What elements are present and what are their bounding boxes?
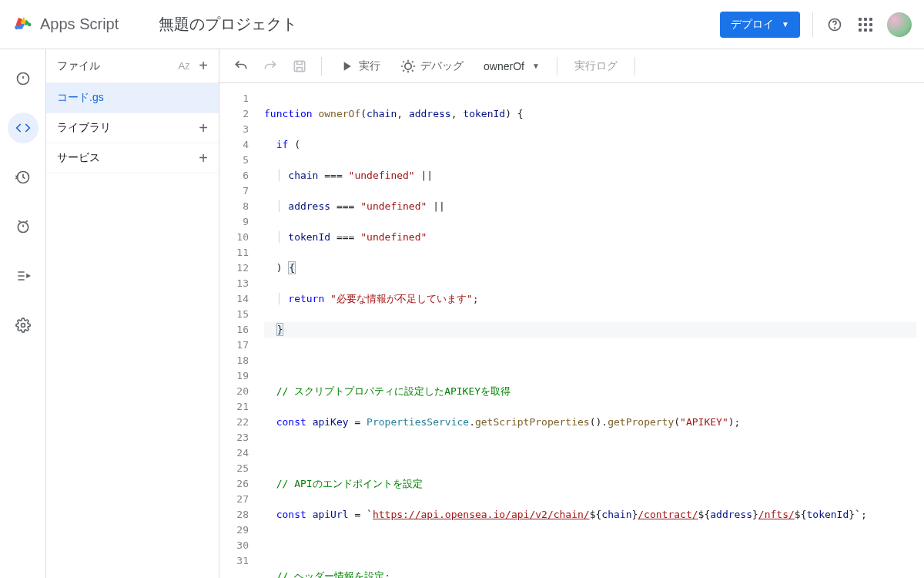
- files-header: ファイル AZ +: [46, 49, 219, 83]
- help-icon[interactable]: [825, 15, 844, 34]
- redo-icon[interactable]: [258, 54, 283, 79]
- function-selector[interactable]: ownerOf ▼: [476, 55, 547, 77]
- svg-rect-6: [294, 61, 304, 71]
- main-area: ファイル AZ + コード.gs ライブラリ + サービス + 実行: [0, 49, 924, 578]
- file-item-code-gs[interactable]: コード.gs: [46, 83, 219, 113]
- function-selected: ownerOf: [484, 60, 524, 72]
- svg-point-5: [21, 324, 25, 328]
- rail-triggers-icon[interactable]: [8, 211, 38, 242]
- bug-icon: [400, 59, 416, 74]
- undo-icon[interactable]: [229, 54, 253, 79]
- editor-area: 実行 デバッグ ownerOf ▼ 実行ログ 12345678910111213…: [219, 49, 924, 578]
- logo-section: Apps Script: [12, 14, 151, 35]
- separator: [321, 57, 322, 76]
- files-header-label: ファイル: [57, 59, 100, 73]
- files-panel: ファイル AZ + コード.gs ライブラリ + サービス +: [46, 49, 219, 578]
- save-icon[interactable]: [287, 54, 312, 79]
- deploy-button[interactable]: デプロイ ▼: [720, 12, 800, 38]
- rail-editor-icon[interactable]: [8, 113, 38, 143]
- rail-overview-icon[interactable]: [8, 63, 38, 94]
- services-label: サービス: [57, 151, 100, 165]
- debug-button[interactable]: デバッグ: [393, 54, 471, 79]
- play-icon: [339, 59, 354, 74]
- app-header: Apps Script 無題のプロジェクト デプロイ ▼: [0, 0, 924, 49]
- svg-point-2: [835, 27, 835, 28]
- editor-toolbar: 実行 デバッグ ownerOf ▼ 実行ログ: [219, 49, 924, 83]
- svg-point-0: [28, 22, 32, 26]
- divider: [812, 12, 813, 37]
- apps-script-logo-icon: [12, 14, 34, 35]
- header-actions: デプロイ ▼: [720, 12, 912, 38]
- line-gutter: 1234567891011121314151617181920212223242…: [219, 83, 255, 578]
- deploy-label: デプロイ: [731, 18, 774, 32]
- rail-executions-icon[interactable]: [8, 260, 38, 291]
- chevron-down-icon: ▼: [532, 62, 540, 70]
- apps-grid-icon[interactable]: [856, 15, 875, 34]
- user-avatar[interactable]: [887, 12, 912, 37]
- run-button[interactable]: 実行: [331, 54, 388, 79]
- rail-settings-icon[interactable]: [8, 310, 38, 341]
- product-name: Apps Script: [40, 15, 119, 33]
- run-label: 実行: [359, 59, 380, 73]
- log-label: 実行ログ: [574, 59, 618, 73]
- libraries-section[interactable]: ライブラリ +: [46, 113, 219, 143]
- chevron-down-icon: ▼: [782, 20, 789, 29]
- services-section[interactable]: サービス +: [46, 143, 219, 173]
- add-service-icon[interactable]: +: [199, 153, 208, 163]
- code-content[interactable]: function ownerOf(chain, address, tokenId…: [255, 83, 924, 578]
- project-title[interactable]: 無題のプロジェクト: [159, 14, 720, 35]
- execution-log-button[interactable]: 実行ログ: [567, 55, 625, 78]
- rail-history-icon[interactable]: [8, 162, 38, 193]
- left-rail: [0, 49, 46, 578]
- separator: [557, 57, 557, 76]
- debug-label: デバッグ: [420, 59, 464, 73]
- svg-point-7: [405, 62, 411, 69]
- libraries-label: ライブラリ: [57, 121, 111, 135]
- add-file-icon[interactable]: +: [199, 60, 208, 72]
- add-library-icon[interactable]: +: [199, 123, 208, 133]
- code-editor[interactable]: 1234567891011121314151617181920212223242…: [219, 83, 924, 578]
- separator: [634, 57, 635, 76]
- sort-az-icon[interactable]: AZ: [179, 60, 190, 72]
